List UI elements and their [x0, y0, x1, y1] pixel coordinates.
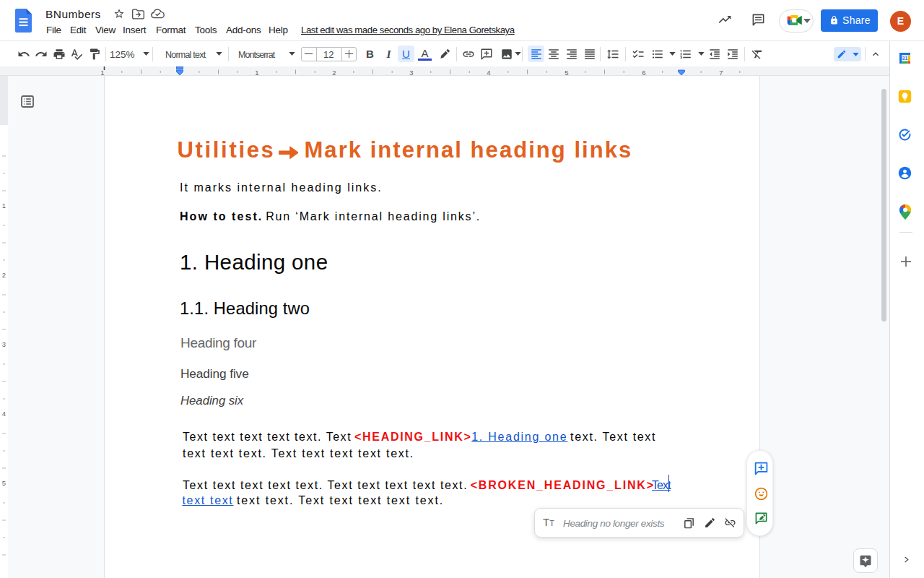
svg-text:31: 31 [902, 56, 908, 61]
